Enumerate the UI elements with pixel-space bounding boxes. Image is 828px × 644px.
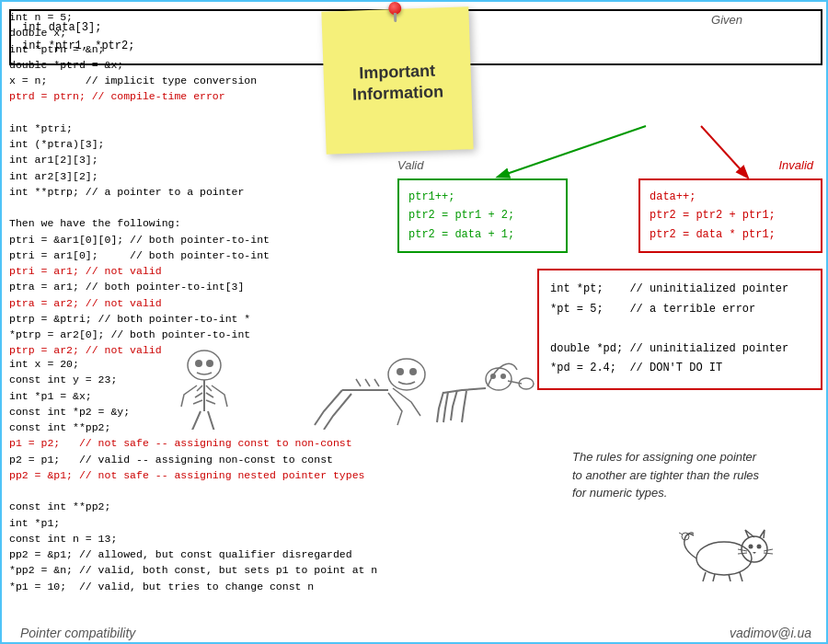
svg-point-12	[749, 545, 753, 549]
sticky-note: Important Information	[321, 6, 473, 154]
svg-point-10	[696, 542, 752, 575]
invalid-code-line: ptr2 = ptr2 + ptr1;	[650, 206, 811, 224]
invalid-code-line: ptr2 = data * ptr1;	[650, 225, 811, 244]
code-line-error: pp2 = &p1; // not safe -- assigning nest…	[9, 467, 350, 483]
animal-illustration	[673, 517, 784, 581]
svg-point-6	[486, 368, 512, 390]
footer-title: Pointer compatibility	[20, 626, 135, 640]
code-line: const int **pp2;	[9, 499, 350, 514]
valid-code-line: ptr2 = ptr1 + 2;	[408, 206, 557, 224]
code-line: double *ptrd = &x;	[9, 57, 322, 73]
code-line: ptra = ar1; // both pointer-to-int[3]	[9, 279, 322, 294]
invalid-code-line: data++;	[650, 188, 811, 206]
main-container: int n = 5; double x; int *ptrn = &n; dou…	[2, 2, 828, 644]
svg-point-13	[757, 545, 762, 549]
valid-code-box: ptr1++; ptr2 = ptr1 + 2; ptr2 = data + 1…	[397, 178, 568, 253]
code-line: const int y = 23;	[9, 372, 350, 387]
code-line-error: ptra = ar2; // not valid	[9, 295, 322, 311]
uninit-code-line: int *pt; // uninitialized pointer	[550, 280, 810, 300]
sticky-note-text: Important Information	[337, 59, 458, 106]
code-line: const int n = 13;	[9, 531, 350, 546]
footer: Pointer compatibility vadimov@i.ua	[2, 626, 828, 640]
code-line: pp2 = &p1; // allowed, but const qualifi…	[9, 546, 350, 562]
code-line: p2 = p1; // valid -- assigning non-const…	[9, 452, 350, 467]
code-line: int ar2[3][2];	[9, 168, 322, 184]
svg-point-11	[742, 536, 767, 562]
code-line: x = n; // implicit type conversion	[9, 73, 322, 88]
code-line: const int **pp2;	[9, 420, 350, 435]
code-line: *pp2 = &n; // valid, both const, but set…	[9, 562, 350, 578]
code-line: int n = 5;	[9, 9, 322, 25]
left-code: int n = 5; double x; int *ptrn = &n; dou…	[9, 9, 322, 359]
animal-svg	[673, 517, 784, 581]
valid-code-line: ptr2 = data + 1;	[408, 225, 557, 244]
code-line: int ar1[2][3];	[9, 152, 322, 167]
uninit-code-box: int *pt; // uninitialized pointer *pt = …	[537, 269, 822, 390]
bottom-right-text: The rules for assigning one pointerto an…	[572, 448, 802, 502]
invalid-code-box: data++; ptr2 = ptr2 + ptr1; ptr2 = data …	[638, 178, 822, 253]
svg-point-5	[409, 368, 417, 375]
code-line: *p1 = 10; // valid, but tries to change …	[9, 579, 350, 594]
code-line: double x;	[9, 25, 322, 40]
given-label: Given	[711, 13, 742, 27]
code-line: int x = 20;	[9, 356, 350, 372]
code-line: int *p1;	[9, 515, 350, 531]
uninit-code-line: *pd = 2.4; // DON'T DO IT	[550, 359, 810, 379]
pin-icon	[388, 2, 401, 15]
valid-code-line: ptr1++;	[408, 188, 557, 206]
code-line: Then we have the following:	[9, 215, 322, 231]
code-line: const int *p2 = &y;	[9, 404, 350, 420]
svg-point-8	[500, 374, 506, 379]
bottom-right-text-content: The rules for assigning one pointerto an…	[572, 450, 759, 500]
code-line: int (*ptra)[3];	[9, 136, 322, 152]
code-line-error: p1 = p2; // not safe -- assigning const …	[9, 435, 350, 451]
code-line-error: ptrd = ptrn; // compile-time error	[9, 88, 322, 104]
code-line: ptri = &ar1[0][0]; // both pointer-to-in…	[9, 232, 322, 247]
code-line: int *ptrn = &n;	[9, 41, 322, 57]
svg-point-3	[388, 359, 425, 390]
code-line: ptri = ar1[0]; // both pointer-to-int	[9, 247, 322, 263]
uninit-code-line: *pt = 5; // a terrible error	[550, 300, 810, 320]
bottom-left-code: int x = 20; const int y = 23; int *p1 = …	[9, 356, 350, 594]
valid-label: Valid	[397, 158, 423, 172]
footer-author: vadimov@i.ua	[730, 626, 811, 640]
code-line: int **ptrp; // a pointer to a pointer	[9, 184, 322, 200]
code-line-error: ptri = ar1; // not valid	[9, 263, 322, 279]
code-line: int *p1 = &x;	[9, 388, 350, 404]
invalid-label: Invalid	[778, 158, 813, 172]
uninit-code-line: double *pd; // uninitialized pointer	[550, 339, 810, 360]
code-line: int *ptri;	[9, 121, 322, 136]
svg-point-4	[397, 368, 404, 375]
